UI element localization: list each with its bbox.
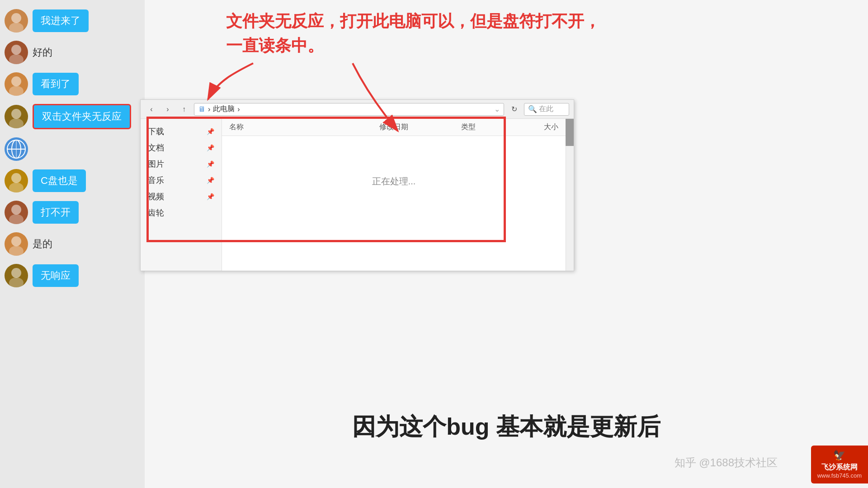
explorer-body: 下载 📌 文档 📌 图片 📌 音乐 📌 视频 📌 — [141, 119, 574, 271]
avatar-globe — [5, 137, 28, 161]
col-header-name: 名称 — [229, 122, 349, 132]
chat-bubble-6: C盘也是 — [33, 169, 86, 192]
pin-icon-documents: 📌 — [207, 144, 214, 151]
chat-sidebar: 我进来了 好的 看到了 双击文件夹无反应 — [0, 0, 145, 488]
svg-point-16 — [11, 236, 21, 246]
address-text: 此电脑 — [213, 104, 235, 114]
annotation: 文件夹无反应，打开此电脑可以，但是盘符打不开， 一直读条中。 — [226, 9, 600, 58]
chat-bubble-7: 打不开 — [33, 201, 79, 224]
avatar-7 — [5, 201, 28, 224]
svg-point-18 — [11, 268, 21, 278]
svg-point-4 — [11, 76, 21, 86]
pin-icon-videos: 📌 — [207, 193, 214, 200]
avatar-9 — [5, 264, 28, 287]
chat-bubble-8: 是的 — [33, 237, 52, 251]
avatar-6 — [5, 169, 28, 192]
chat-item-6: C盘也是 — [5, 169, 140, 192]
processing-area: 正在处理... — [222, 136, 566, 226]
column-headers: 名称 修改日期 类型 大小 — [222, 119, 566, 136]
svg-point-12 — [11, 173, 21, 183]
main-content: 文件夹无反应，打开此电脑可以，但是盘符打不开， 一直读条中。 ‹ › ↑ 🖥 ›… — [145, 0, 868, 488]
file-explorer: ‹ › ↑ 🖥 › 此电脑 › ⌄ ↻ 🔍 在此 — [140, 99, 574, 271]
refresh-button[interactable]: ↻ — [508, 103, 520, 116]
nav-label-videos: 视频 — [148, 191, 164, 202]
svg-point-14 — [11, 205, 21, 215]
chat-bubble-1: 我进来了 — [33, 9, 89, 32]
search-icon: 🔍 — [528, 105, 537, 113]
svg-point-6 — [11, 109, 21, 119]
svg-point-7 — [9, 118, 24, 128]
address-bar[interactable]: 🖥 › 此电脑 › ⌄ — [194, 103, 504, 116]
chat-item-2: 好的 — [5, 41, 140, 64]
scrollbar-thumb[interactable] — [566, 119, 574, 146]
nav-label-gear: 齿轮 — [148, 207, 164, 218]
svg-point-2 — [11, 45, 21, 55]
chat-item-3: 看到了 — [5, 72, 140, 96]
address-separator: › — [208, 105, 210, 113]
svg-point-19 — [9, 277, 24, 287]
search-box[interactable]: 🔍 在此 — [524, 103, 569, 116]
nav-item-pictures[interactable]: 图片 📌 — [141, 156, 222, 172]
chat-item-1: 我进来了 — [5, 9, 140, 33]
annotation-line2: 一直读条中。 — [226, 33, 600, 58]
avatar-4 — [5, 105, 28, 128]
svg-point-15 — [9, 214, 24, 224]
computer-icon: 🖥 — [198, 105, 205, 113]
nav-item-music[interactable]: 音乐 📌 — [141, 172, 222, 188]
chat-item-4: 双击文件夹无反应 — [5, 104, 140, 129]
chat-bubble-9: 无响应 — [33, 264, 79, 287]
pin-icon-download: 📌 — [207, 128, 214, 135]
avatar-3 — [5, 72, 28, 96]
explorer-toolbar: ‹ › ↑ 🖥 › 此电脑 › ⌄ ↻ 🔍 在此 — [141, 100, 574, 119]
chat-item-5 — [5, 137, 140, 161]
col-header-type: 类型 — [439, 122, 498, 132]
svg-point-13 — [9, 183, 24, 192]
nav-label-download: 下载 — [148, 126, 164, 137]
subtitle: 因为这个bug 基本就是更新后 — [145, 411, 868, 443]
col-header-size: 大小 — [499, 122, 558, 132]
up-button[interactable]: ↑ — [178, 103, 190, 116]
logo-box: 🦅 飞沙系统网 www.fsb745.com — [811, 446, 868, 483]
nav-pane: 下载 📌 文档 📌 图片 📌 音乐 📌 视频 📌 — [141, 119, 222, 271]
svg-point-1 — [9, 23, 24, 33]
svg-point-5 — [9, 86, 24, 96]
svg-point-3 — [9, 54, 24, 64]
forward-button[interactable]: › — [161, 103, 174, 116]
watermark-zhihu: 知乎 @1688技术社区 — [675, 455, 778, 470]
nav-item-documents[interactable]: 文档 📌 — [141, 140, 222, 156]
col-header-date: 修改日期 — [349, 122, 439, 132]
pin-icon-pictures: 📌 — [207, 160, 214, 168]
nav-label-music: 音乐 — [148, 175, 164, 186]
annotation-line1: 文件夹无反应，打开此电脑可以，但是盘符打不开， — [226, 9, 600, 33]
avatar-8 — [5, 232, 28, 256]
avatar-1 — [5, 9, 28, 33]
subtitle-text: 因为这个bug 基本就是更新后 — [352, 413, 660, 440]
chat-bubble-2: 好的 — [33, 46, 52, 59]
chat-item-9: 无响应 — [5, 264, 140, 287]
processing-text: 正在处理... — [372, 175, 416, 188]
avatar-2 — [5, 41, 28, 64]
back-button[interactable]: ‹ — [145, 103, 158, 116]
chat-item-8: 是的 — [5, 232, 140, 256]
logo-icon: 🦅 — [833, 449, 845, 462]
nav-label-documents: 文档 — [148, 142, 164, 153]
address-chevron: › — [237, 105, 240, 113]
logo-line2: www.fsb745.com — [817, 472, 862, 480]
chat-bubble-4: 双击文件夹无反应 — [33, 104, 131, 129]
pin-icon-music: 📌 — [207, 177, 214, 184]
chat-bubble-3: 看到了 — [33, 73, 79, 95]
content-pane: 名称 修改日期 类型 大小 正在处理... — [222, 119, 566, 271]
chat-item-7: 打不开 — [5, 201, 140, 224]
svg-point-17 — [9, 246, 24, 256]
address-chevron-down: ⌄ — [494, 105, 500, 113]
nav-item-videos[interactable]: 视频 📌 — [141, 188, 222, 205]
search-text: 在此 — [539, 104, 553, 114]
nav-item-download[interactable]: 下载 📌 — [141, 123, 222, 140]
nav-item-gear[interactable]: 齿轮 — [141, 205, 222, 221]
svg-point-0 — [11, 13, 21, 23]
logo-line1: 飞沙系统网 — [821, 463, 858, 472]
scrollbar[interactable] — [566, 119, 574, 271]
nav-label-pictures: 图片 — [148, 159, 164, 169]
